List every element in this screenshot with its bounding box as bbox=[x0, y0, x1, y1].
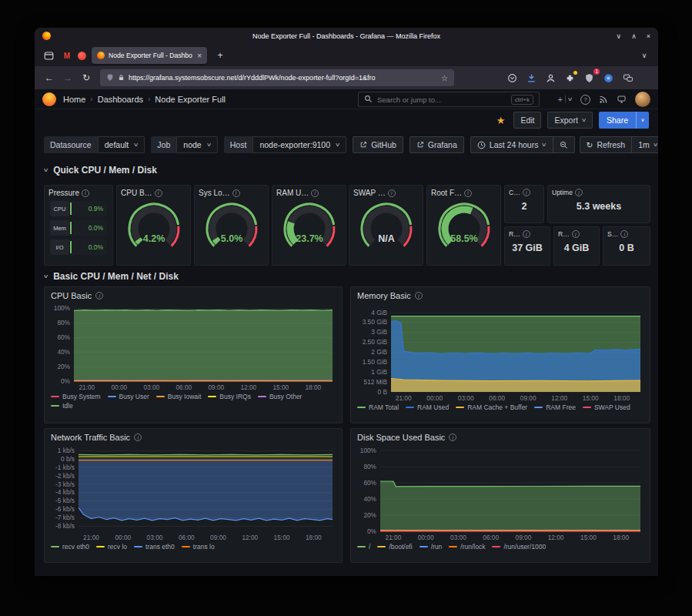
back-button[interactable]: ← bbox=[41, 69, 58, 86]
legend-item[interactable]: /run bbox=[420, 542, 443, 551]
info-icon[interactable]: i bbox=[523, 189, 530, 196]
list-all-tabs-button[interactable]: ∨ bbox=[637, 48, 652, 63]
panel-title[interactable]: Network Traffic Basic bbox=[51, 433, 130, 442]
export-button[interactable]: Export∨ bbox=[547, 112, 592, 129]
github-link-button[interactable]: GitHub bbox=[353, 136, 403, 153]
panel-title[interactable]: R… bbox=[558, 230, 570, 238]
info-icon[interactable]: i bbox=[388, 189, 396, 197]
share-button[interactable]: Share bbox=[599, 112, 636, 129]
legend-item[interactable]: Busy System bbox=[51, 392, 101, 401]
tracking-shield-icon[interactable] bbox=[106, 71, 114, 85]
legend-item[interactable]: Busy IRQs bbox=[208, 392, 251, 401]
refresh-interval-dropdown[interactable]: 1m ∨ bbox=[631, 136, 658, 153]
panel-title[interactable]: Memory Basic bbox=[357, 291, 411, 300]
panel-title[interactable]: R… bbox=[509, 230, 520, 238]
zoom-out-button[interactable] bbox=[553, 136, 575, 153]
menu-icon[interactable] bbox=[640, 75, 650, 82]
legend-item[interactable]: Busy Other bbox=[258, 392, 303, 401]
url-bar[interactable]: https://grafana.systemsobscure.net/d/rYd… bbox=[100, 69, 454, 86]
info-icon[interactable]: i bbox=[523, 230, 530, 238]
host-select[interactable]: node-exporter:9100∨ bbox=[252, 136, 346, 153]
section-basic[interactable]: ∨ Basic CPU / Mem / Net / Disk bbox=[44, 271, 179, 282]
legend-item[interactable]: trans eth0 bbox=[134, 542, 175, 551]
legend-item[interactable]: Busy User bbox=[108, 392, 149, 401]
breadcrumb-home[interactable]: Home bbox=[63, 95, 85, 104]
panel-title[interactable]: Disk Space Used Basic bbox=[357, 433, 445, 442]
ram-used-gauge[interactable]: 23.7% bbox=[272, 199, 346, 256]
panel-title[interactable]: RAM U… bbox=[276, 189, 309, 197]
grafana-logo[interactable] bbox=[42, 92, 56, 106]
info-icon[interactable]: i bbox=[155, 189, 162, 197]
container-icon[interactable] bbox=[602, 72, 615, 85]
user-avatar[interactable] bbox=[635, 92, 650, 107]
time-range-picker[interactable]: Last 24 hours ∨ bbox=[470, 136, 553, 153]
disk-space-chart[interactable]: 0%20%40%60%80%100%21:0000:0003:0006:0009… bbox=[356, 444, 645, 541]
forward-button[interactable]: → bbox=[59, 69, 76, 86]
edit-button[interactable]: Edit bbox=[513, 112, 541, 129]
downloads-icon[interactable] bbox=[525, 72, 538, 85]
panel-title[interactable]: CPU B… bbox=[121, 189, 152, 197]
swap-used-gauge[interactable]: N/A bbox=[349, 199, 423, 256]
monitor-icon[interactable] bbox=[617, 95, 627, 104]
cpu-busy-gauge[interactable]: 4.2% bbox=[117, 199, 190, 256]
firefox-view-icon[interactable] bbox=[41, 48, 56, 63]
legend-item[interactable]: RAM Free bbox=[534, 403, 576, 412]
info-icon[interactable]: i bbox=[575, 189, 583, 196]
section-quick[interactable]: ∨ Quick CPU / Mem / Disk bbox=[44, 165, 157, 176]
panel-title[interactable]: C… bbox=[509, 189, 520, 196]
panel-title[interactable]: S… bbox=[607, 230, 618, 238]
legend-item[interactable]: /run/lock bbox=[449, 542, 485, 551]
legend-item[interactable]: /run/user/1000 bbox=[492, 542, 546, 551]
datasource-select[interactable]: default∨ bbox=[98, 136, 145, 153]
info-icon[interactable]: i bbox=[620, 230, 628, 238]
share-dropdown-button[interactable]: ∨ bbox=[636, 112, 649, 129]
legend-item[interactable]: Busy Iowait bbox=[156, 392, 201, 401]
reload-button[interactable]: ↻ bbox=[78, 69, 95, 86]
info-icon[interactable]: i bbox=[311, 189, 319, 197]
grafana-link-button[interactable]: Grafana bbox=[410, 136, 464, 153]
legend-item[interactable]: RAM Used bbox=[406, 403, 449, 412]
gmail-pinned-tab-icon[interactable]: M bbox=[62, 52, 72, 60]
url-text[interactable]: https://grafana.systemsobscure.net/d/rYd… bbox=[129, 74, 437, 82]
adblock-shield-icon[interactable]: 1 bbox=[583, 72, 596, 85]
breadcrumb-dashboards[interactable]: Dashboards bbox=[98, 95, 143, 104]
legend-item[interactable]: RAM Cache + Buffer bbox=[456, 403, 527, 412]
refresh-button[interactable]: ↻ Refresh bbox=[580, 136, 632, 153]
panel-title[interactable]: Pressure bbox=[48, 189, 79, 197]
minimize-button[interactable]: ∨ bbox=[617, 32, 622, 40]
help-icon[interactable]: ? bbox=[580, 95, 590, 105]
info-icon[interactable]: i bbox=[464, 189, 472, 197]
panel-title[interactable]: Uptime bbox=[552, 189, 573, 196]
legend-item[interactable]: recv lo bbox=[96, 542, 127, 551]
job-select[interactable]: node∨ bbox=[176, 136, 217, 153]
news-icon[interactable] bbox=[599, 95, 608, 104]
legend-item[interactable]: Idle bbox=[51, 401, 73, 410]
memory-basic-chart[interactable]: 0 B512 MiB1 GiB1.50 GiB2 GiB2.50 GiB3 Gi… bbox=[356, 302, 645, 402]
legend-item[interactable]: RAM Total bbox=[357, 403, 399, 412]
red-pinned-tab-icon[interactable] bbox=[78, 52, 86, 60]
cpu-basic-chart[interactable]: 0%20%40%60%80%100%21:0000:0003:0006:0009… bbox=[49, 302, 337, 391]
panel-title[interactable]: SWAP … bbox=[353, 189, 386, 197]
bookmark-star-icon[interactable]: ☆ bbox=[441, 74, 448, 82]
sys-load-gauge[interactable]: 5.0% bbox=[195, 199, 268, 256]
account-icon[interactable] bbox=[544, 72, 557, 85]
info-icon[interactable]: i bbox=[134, 434, 142, 441]
info-icon[interactable]: i bbox=[415, 292, 423, 300]
lock-icon[interactable] bbox=[118, 71, 125, 85]
legend-item[interactable]: /boot/efi bbox=[377, 542, 412, 551]
favorite-star-icon[interactable]: ★ bbox=[496, 115, 506, 126]
legend-item[interactable]: recv eth0 bbox=[51, 542, 89, 551]
devices-icon[interactable] bbox=[621, 72, 634, 85]
maximize-button[interactable]: ∧ bbox=[631, 32, 637, 40]
extensions-icon[interactable] bbox=[563, 72, 577, 85]
info-icon[interactable]: i bbox=[232, 189, 240, 197]
pocket-icon[interactable] bbox=[506, 72, 519, 85]
legend-item[interactable]: / bbox=[357, 542, 370, 551]
panel-title[interactable]: Root F… bbox=[431, 189, 462, 197]
panel-title[interactable]: CPU Basic bbox=[51, 291, 92, 300]
network-traffic-chart[interactable]: 1 kb/s0 b/s-1 kb/s-2 kb/s-3 kb/s-4 kb/s-… bbox=[49, 444, 337, 541]
tab-close-button[interactable]: × bbox=[197, 52, 202, 60]
close-window-button[interactable]: × bbox=[647, 32, 650, 40]
info-icon[interactable]: i bbox=[82, 189, 89, 197]
active-tab[interactable]: Node Exporter Full - Dashbo × bbox=[92, 47, 207, 64]
